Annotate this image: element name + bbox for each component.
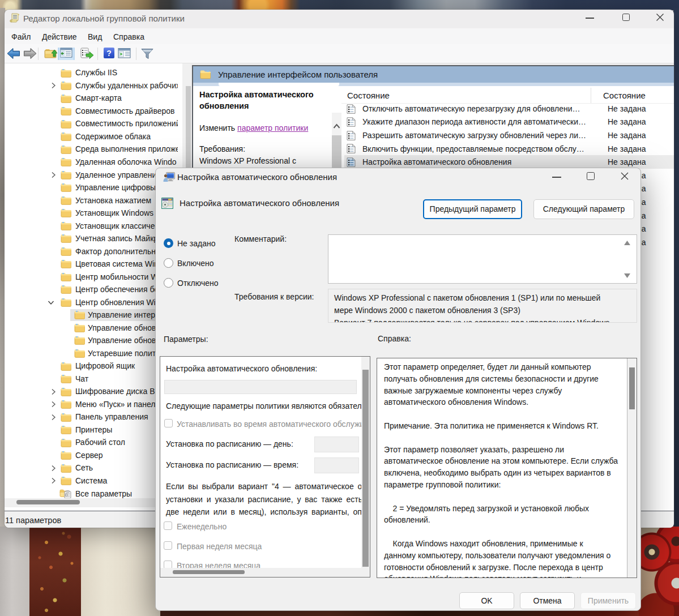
svg-text:?: ? (106, 49, 112, 58)
